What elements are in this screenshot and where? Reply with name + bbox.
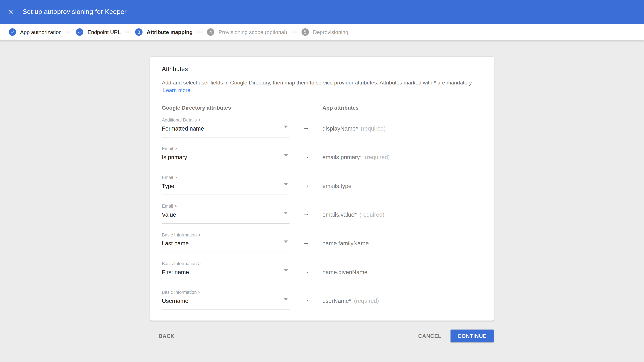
step-connector (292, 32, 297, 32)
app-attribute-name: name.familyName (322, 240, 368, 247)
app-attribute: name.familyName (322, 232, 482, 247)
continue-button[interactable]: CONTINUE (450, 330, 494, 343)
app-attribute-name: displayName* (322, 125, 358, 132)
step-endpoint-url[interactable]: Endpoint URL (76, 28, 121, 36)
card-title: Attributes (162, 65, 482, 72)
step-provisioning-scope[interactable]: 4 Provisioning scope (optional) (207, 28, 287, 36)
selected-attribute-value: Type (162, 183, 290, 190)
column-headers: Google Directory attributes App attribut… (162, 105, 482, 117)
attributes-card: Attributes Add and select user fields in… (150, 57, 494, 321)
check-icon (76, 28, 84, 36)
step-attribute-mapping[interactable]: 3 Attribute mapping (135, 28, 193, 36)
close-x-glyph (8, 8, 14, 15)
google-attribute-select[interactable]: Basic Information > Last name (162, 232, 290, 252)
app-attribute: name.givenName (322, 261, 482, 276)
content-area: Attributes Add and select user fields in… (0, 40, 644, 343)
step-connector (66, 32, 72, 32)
arrow-right-icon: → (290, 146, 322, 160)
learn-more-link[interactable]: Learn more (163, 87, 190, 93)
attribute-category-label: Basic Information > (162, 232, 290, 238)
step-label: App authorization (20, 29, 62, 35)
arrow-right-icon: → (290, 204, 322, 217)
wizard-stepper: App authorization Endpoint URL 3 Attribu… (0, 24, 644, 40)
app-attribute-name: userName* (322, 298, 351, 304)
mapping-row: Email > Type → emails.type (162, 175, 482, 195)
cancel-button[interactable]: CANCEL (415, 330, 445, 343)
required-note: (required) (360, 211, 384, 218)
step-number-badge: 3 (135, 28, 142, 36)
close-icon[interactable] (6, 7, 16, 17)
dropdown-arrow-icon (284, 154, 288, 157)
footer-right-actions: CANCEL CONTINUE (415, 330, 494, 343)
required-note: (required) (361, 125, 386, 132)
google-attribute-select[interactable]: Basic Information > Username (162, 290, 290, 310)
dialog-title: Set up autoprovisioning for Keeper (23, 8, 126, 15)
app-attribute-name: emails.value* (322, 211, 356, 218)
dropdown-arrow-icon (284, 269, 288, 272)
attribute-category-label: Basic Information > (162, 290, 290, 295)
app-attribute-name: emails.primary* (322, 154, 362, 161)
selected-attribute-value: Value (162, 211, 290, 218)
required-note: (required) (354, 298, 379, 304)
back-button[interactable]: BACK (155, 330, 178, 343)
attribute-category-label: Email > (162, 175, 290, 180)
card-description-text: Add and select user fields in Google Dir… (162, 80, 473, 86)
mapping-row: Email > Value → emails.value* (required) (162, 204, 482, 224)
selected-attribute-value: Username (162, 298, 290, 305)
mapping-row: Basic Information > First name → name.gi… (162, 261, 482, 281)
attribute-category-label: Basic Information > (162, 261, 290, 267)
column-header-app-attributes: App attributes (322, 105, 482, 111)
app-attribute: emails.value* (required) (322, 204, 482, 218)
check-icon (8, 28, 16, 36)
step-label: Attribute mapping (147, 29, 193, 35)
step-label: Endpoint URL (88, 29, 121, 35)
dropdown-arrow-icon (284, 241, 288, 243)
google-attribute-select[interactable]: Basic Information > First name (162, 261, 290, 281)
step-connector (197, 32, 202, 32)
dropdown-arrow-icon (284, 298, 288, 301)
mapping-row: Basic Information > Last name → name.fam… (162, 232, 482, 252)
step-label: Provisioning scope (optional) (218, 29, 287, 35)
step-label: Deprovisioning (313, 29, 348, 35)
dropdown-arrow-icon (284, 212, 288, 214)
google-attribute-select[interactable]: Email > Is primary (162, 146, 290, 166)
app-attribute: displayName* (required) (322, 117, 482, 132)
dialog-page: Set up autoprovisioning for Keeper App a… (0, 0, 644, 362)
attribute-category-label: Additional Details > (162, 117, 290, 123)
selected-attribute-value: Last name (162, 240, 290, 247)
google-attribute-select[interactable]: Additional Details > Formatted name (162, 117, 290, 138)
dropdown-arrow-icon (284, 126, 288, 128)
mapping-row: Additional Details > Formatted name → di… (162, 117, 482, 138)
step-number-badge: 5 (302, 28, 309, 36)
dialog-header: Set up autoprovisioning for Keeper (0, 0, 644, 24)
arrow-right-icon: → (290, 117, 322, 131)
step-connector (125, 32, 131, 32)
app-attribute: emails.type (322, 175, 482, 190)
mapping-row: Basic Information > Username → userName*… (162, 290, 482, 310)
attribute-category-label: Email > (162, 146, 290, 151)
card-description: Add and select user fields in Google Dir… (162, 79, 482, 94)
step-app-authorization[interactable]: App authorization (8, 28, 62, 36)
required-note: (required) (365, 154, 390, 161)
arrow-right-icon: → (290, 290, 322, 303)
app-attribute: userName* (required) (322, 290, 482, 305)
selected-attribute-value: Is primary (162, 154, 290, 161)
mapping-row: Email > Is primary → emails.primary* (re… (162, 146, 482, 166)
google-attribute-select[interactable]: Email > Value (162, 204, 290, 224)
arrow-right-icon: → (290, 261, 322, 275)
app-attribute-name: name.givenName (322, 269, 368, 275)
step-number-badge: 4 (207, 28, 214, 36)
selected-attribute-value: Formatted name (162, 125, 290, 132)
step-deprovisioning[interactable]: 5 Deprovisioning (302, 28, 348, 36)
google-attribute-select[interactable]: Email > Type (162, 175, 290, 195)
arrow-right-icon: → (290, 232, 322, 246)
app-attribute-name: emails.type (322, 183, 351, 189)
attribute-category-label: Email > (162, 204, 290, 209)
footer-actions: BACK CANCEL CONTINUE (150, 330, 494, 343)
column-header-google-directory: Google Directory attributes (162, 105, 290, 111)
app-attribute: emails.primary* (required) (322, 146, 482, 161)
dropdown-arrow-icon (284, 183, 288, 186)
arrow-right-icon: → (290, 175, 322, 188)
selected-attribute-value: First name (162, 269, 290, 276)
